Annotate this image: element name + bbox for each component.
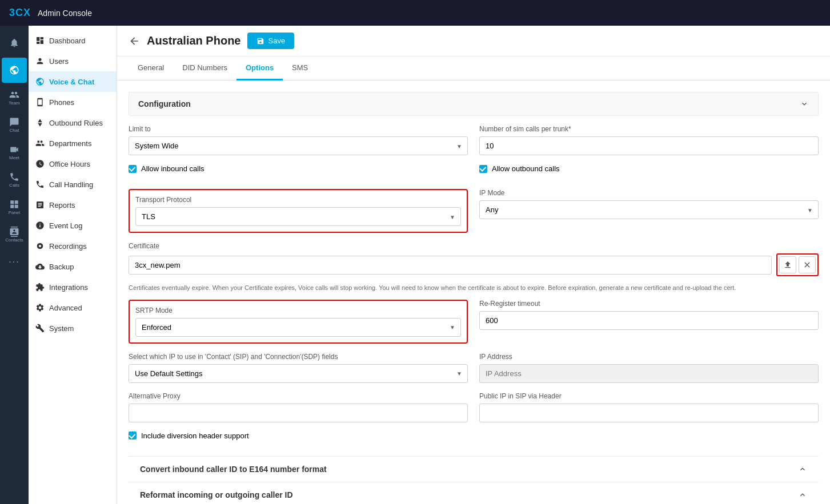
convert-inbound-section[interactable]: Convert inbound caller ID to E164 number… [129, 456, 819, 482]
sidebar-item-system-label: System [49, 324, 74, 333]
upload-cert-button[interactable] [779, 256, 796, 273]
sidebar-item-departments[interactable]: Departments [29, 133, 117, 154]
sidebar-item-office-hours[interactable]: Office Hours [29, 154, 117, 174]
sidebar-item-event-log-label: Event Log [49, 221, 83, 230]
nav-bell[interactable] [2, 30, 27, 55]
re-register-group: Re-Register timeout [479, 300, 819, 344]
configuration-title: Configuration [138, 99, 191, 108]
sidebar-item-integrations[interactable]: Integrations [29, 277, 117, 297]
srtp-mode-label: SRTP Mode [135, 307, 461, 315]
reformat-caller-section[interactable]: Reformat incoming or outgoing caller ID [129, 482, 819, 505]
sidebar-item-dashboard[interactable]: Dashboard [29, 30, 117, 51]
sidebar-item-event-log[interactable]: Event Log [29, 215, 117, 236]
certificate-input[interactable] [129, 256, 772, 275]
sidebar-item-outbound-label: Outbound Rules [49, 119, 103, 127]
re-register-label: Re-Register timeout [479, 300, 819, 308]
alt-proxy-label: Alternative Proxy [129, 392, 468, 400]
nav-more[interactable]: ··· [2, 249, 27, 275]
icon-rail: Team Chat Meet Calls Panel Contacts ··· [0, 26, 29, 504]
sidebar-item-phones-label: Phones [49, 98, 74, 107]
transport-protocol-select[interactable]: UDP TCP TLS TLS and SRTP [135, 207, 461, 226]
ip-mode-label: IP Mode [479, 189, 819, 197]
sim-calls-input[interactable] [479, 136, 819, 155]
public-ip-group: Public IP in SIP via Header [479, 392, 819, 422]
tab-did-numbers[interactable]: DID Numbers [173, 57, 236, 80]
sidebar-item-reports[interactable]: Reports [29, 195, 117, 215]
allow-inbound-label: Allow inbound calls [141, 164, 205, 173]
sidebar: Dashboard Users Voice & Chat Phones Outb… [29, 26, 117, 504]
cert-note: Certificates eventually expire. When you… [129, 283, 819, 293]
allow-outbound-label: Allow outbound calls [492, 164, 560, 173]
limit-to-label: Limit to [129, 125, 468, 133]
allow-inbound-checkbox[interactable] [129, 165, 137, 173]
allow-inbound-row: Allow inbound calls [129, 164, 468, 173]
app-title: Admin Console [38, 9, 92, 18]
configuration-section-header[interactable]: Configuration [129, 92, 819, 116]
sidebar-item-reports-label: Reports [49, 201, 75, 209]
nav-calls-label: Calls [9, 183, 19, 188]
allow-outbound-row: Allow outbound calls [479, 164, 819, 173]
tab-sms[interactable]: SMS [283, 57, 317, 80]
select-ip-group: Select which IP to use in 'Contact' (SIP… [129, 353, 468, 383]
public-ip-input[interactable] [479, 404, 819, 422]
certificate-row [129, 253, 819, 276]
form-row-transport: Transport Protocol UDP TCP TLS TLS and S… [129, 189, 819, 233]
nav-team-label: Team [9, 101, 20, 106]
transport-protocol-group: Transport Protocol UDP TCP TLS TLS and S… [129, 189, 468, 233]
page-header: Australian Phone Save [117, 26, 830, 57]
ip-address-input[interactable] [479, 364, 819, 383]
select-ip-select[interactable]: Use Default Settings Local IP External I… [129, 364, 468, 383]
save-label: Save [268, 37, 285, 45]
nav-chat[interactable]: Chat [2, 112, 27, 138]
nav-meet-label: Meet [9, 156, 19, 160]
main-content: Australian Phone Save General DID Number… [117, 26, 830, 504]
srtp-mode-group: SRTP Mode Disabled Enabled Enforced [129, 300, 468, 344]
public-ip-label: Public IP in SIP via Header [479, 392, 819, 400]
srtp-mode-select[interactable]: Disabled Enabled Enforced [135, 318, 461, 337]
nav-panel[interactable]: Panel [2, 195, 27, 220]
sim-calls-label: Number of sim calls per trunk* [479, 125, 819, 133]
ip-address-label: IP Address [479, 353, 819, 361]
nav-globe[interactable] [2, 58, 27, 83]
sidebar-item-call-handling[interactable]: Call Handling [29, 174, 117, 195]
sidebar-item-voice-chat-label: Voice & Chat [49, 78, 94, 86]
sidebar-item-system[interactable]: System [29, 318, 117, 338]
sidebar-item-users[interactable]: Users [29, 51, 117, 71]
sidebar-item-backup[interactable]: Backup [29, 256, 117, 277]
ip-address-group: IP Address [479, 353, 819, 383]
alt-proxy-input[interactable] [129, 404, 468, 422]
sidebar-item-dashboard-label: Dashboard [49, 37, 86, 45]
sidebar-item-backup-label: Backup [49, 263, 74, 271]
save-button[interactable]: Save [247, 33, 294, 49]
clear-cert-button[interactable] [799, 256, 816, 273]
include-diversion-checkbox[interactable] [129, 432, 137, 440]
tab-options[interactable]: Options [236, 57, 283, 80]
sidebar-item-outbound-rules[interactable]: Outbound Rules [29, 112, 117, 133]
transport-label: Transport Protocol [135, 196, 461, 204]
tab-bar: General DID Numbers Options SMS [117, 57, 830, 80]
options-content: Configuration Limit to System Wide Speci… [117, 80, 830, 504]
transport-select-wrapper: UDP TCP TLS TLS and SRTP [135, 207, 461, 226]
limit-to-select[interactable]: System Wide Specific Extensions Extensio… [129, 136, 468, 155]
sidebar-item-recordings[interactable]: Recordings [29, 236, 117, 256]
form-row-1: Limit to System Wide Specific Extensions… [129, 125, 819, 155]
sidebar-item-users-label: Users [49, 57, 69, 66]
re-register-input[interactable] [479, 311, 819, 330]
nav-contacts[interactable]: Contacts [2, 222, 27, 247]
nav-calls[interactable]: Calls [2, 167, 27, 192]
back-button[interactable] [129, 35, 140, 47]
limit-to-select-wrapper: System Wide Specific Extensions Extensio… [129, 136, 468, 155]
sim-calls-group: Number of sim calls per trunk* [479, 125, 819, 155]
ip-mode-select-wrapper: Any IPv4 IPv6 [479, 200, 819, 219]
sidebar-item-recordings-label: Recordings [49, 242, 87, 251]
ip-mode-select[interactable]: Any IPv4 IPv6 [479, 200, 819, 219]
nav-team[interactable]: Team [2, 85, 27, 110]
allow-outbound-checkbox[interactable] [479, 165, 487, 173]
tab-general[interactable]: General [129, 57, 173, 80]
sidebar-item-phones[interactable]: Phones [29, 92, 117, 112]
sidebar-item-voice-chat[interactable]: Voice & Chat [29, 71, 117, 92]
form-row-srtp: SRTP Mode Disabled Enabled Enforced Re-R… [129, 300, 819, 344]
select-ip-wrapper: Use Default Settings Local IP External I… [129, 364, 468, 383]
sidebar-item-advanced[interactable]: Advanced [29, 297, 117, 318]
nav-meet[interactable]: Meet [2, 140, 27, 165]
